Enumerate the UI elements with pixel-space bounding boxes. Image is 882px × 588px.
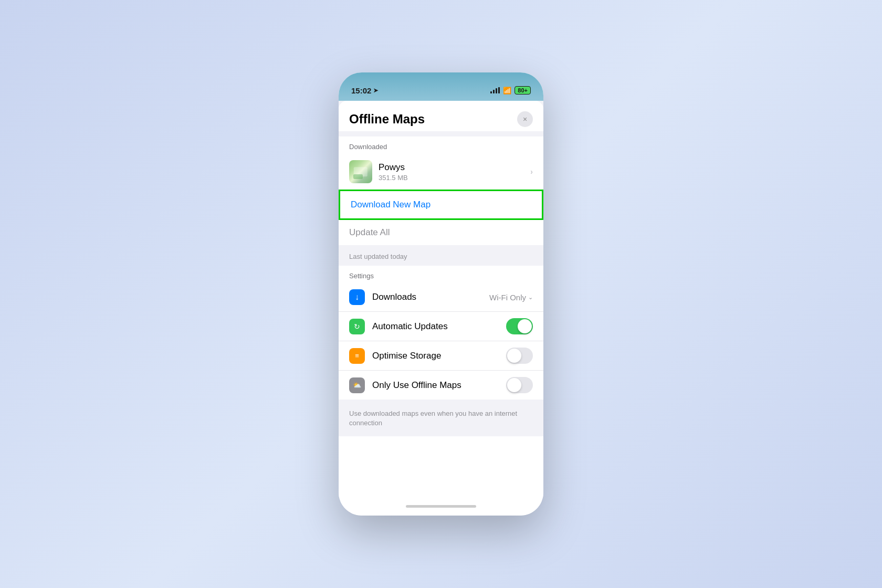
- wifi-icon: 📶: [503, 87, 511, 94]
- section-divider-mid: [339, 245, 543, 250]
- offline-only-toggle[interactable]: [506, 377, 533, 393]
- settings-card: ↓ Downloads Wi-Fi Only ⌄ ↻ Automatic Upd…: [339, 283, 543, 400]
- toggle-knob: [518, 319, 532, 333]
- battery-indicator: 80+: [514, 86, 531, 94]
- optimise-storage-toggle[interactable]: [506, 348, 533, 364]
- modal-sheet: Offline Maps × Downloaded Powys 351.5 MB…: [339, 101, 543, 497]
- section-divider-desc: [339, 400, 543, 405]
- section-divider-top: [339, 131, 543, 136]
- map-item-info: Powys 351.5 MB: [379, 162, 530, 182]
- map-item-size: 351.5 MB: [379, 174, 530, 182]
- modal-header: Offline Maps ×: [339, 101, 543, 131]
- downloaded-section-label: Downloaded: [339, 136, 543, 154]
- chevron-updown-icon: ⌄: [528, 294, 533, 301]
- status-time: 15:02 ➤: [351, 86, 378, 95]
- optimise-storage-icon: ≡: [349, 348, 365, 364]
- offline-only-label: Only Use Offline Maps: [372, 380, 506, 391]
- home-indicator: [406, 505, 476, 508]
- phone-frame: 15:02 ➤ 📶 80+ Offline Maps × Downloaded: [339, 72, 543, 516]
- chevron-right-icon: ›: [530, 167, 533, 176]
- powys-map-item[interactable]: Powys 351.5 MB ›: [339, 154, 543, 190]
- map-thumbnail-image: [349, 160, 372, 183]
- signal-bars: [490, 87, 500, 93]
- update-all-row[interactable]: Update All: [339, 220, 543, 245]
- downloads-value-text: Wi-Fi Only: [489, 293, 526, 302]
- map-thumbnail: [349, 160, 372, 183]
- optimise-storage-label: Optimise Storage: [372, 351, 506, 361]
- last-updated-label: Last updated today: [339, 250, 543, 266]
- signal-bar-4: [498, 87, 500, 93]
- home-indicator-bar: [339, 497, 543, 516]
- time-display: 15:02: [351, 86, 371, 95]
- auto-updates-label: Automatic Updates: [372, 321, 506, 332]
- downloads-label: Downloads: [372, 292, 489, 302]
- status-bar: 15:02 ➤ 📶 80+: [339, 72, 543, 101]
- signal-bar-1: [490, 91, 492, 93]
- toggle-knob-3: [507, 378, 521, 392]
- location-icon: ➤: [373, 87, 378, 94]
- page-title: Offline Maps: [349, 112, 425, 127]
- settings-item-optimise-storage[interactable]: ≡ Optimise Storage: [339, 341, 543, 371]
- toggle-knob-2: [507, 349, 521, 363]
- auto-updates-toggle[interactable]: [506, 318, 533, 334]
- settings-item-downloads[interactable]: ↓ Downloads Wi-Fi Only ⌄: [339, 283, 543, 312]
- settings-section-label: Settings: [339, 266, 543, 283]
- download-new-map-row[interactable]: Download New Map: [339, 190, 543, 220]
- settings-item-offline-only[interactable]: ⛅ Only Use Offline Maps: [339, 371, 543, 400]
- download-new-map-button[interactable]: Download New Map: [351, 200, 430, 209]
- close-button[interactable]: ×: [517, 111, 533, 127]
- signal-bar-3: [496, 88, 497, 93]
- downloads-icon: ↓: [349, 289, 365, 305]
- offline-maps-description: Use downloaded maps even when you have a…: [339, 405, 543, 436]
- downloads-value[interactable]: Wi-Fi Only ⌄: [489, 293, 533, 302]
- settings-item-auto-updates[interactable]: ↻ Automatic Updates: [339, 312, 543, 341]
- content-area: Offline Maps × Downloaded Powys 351.5 MB…: [339, 101, 543, 497]
- auto-updates-icon: ↻: [349, 319, 365, 334]
- offline-maps-icon: ⛅: [349, 377, 365, 393]
- downloaded-maps-list: Powys 351.5 MB ›: [339, 154, 543, 190]
- update-all-label: Update All: [349, 227, 390, 237]
- signal-bar-2: [493, 90, 495, 93]
- map-item-name: Powys: [379, 162, 530, 173]
- status-icons: 📶 80+: [490, 86, 531, 94]
